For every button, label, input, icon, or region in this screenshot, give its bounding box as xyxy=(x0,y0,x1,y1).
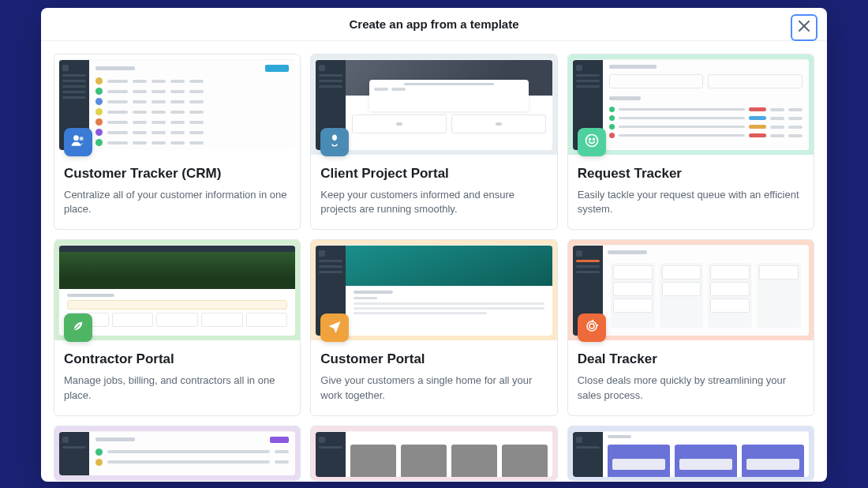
template-badge xyxy=(64,313,92,342)
modal-header: Create an app from a template xyxy=(41,8,827,41)
template-card-customer-portal[interactable]: Customer Portal Give your customers a si… xyxy=(310,239,557,415)
svg-point-5 xyxy=(587,321,597,331)
template-title: Contractor Portal xyxy=(64,351,290,367)
template-thumbnail xyxy=(54,54,300,155)
template-description: Manage jobs, billing, and contractors al… xyxy=(64,374,290,402)
template-thumbnail xyxy=(311,54,556,155)
template-thumbnail xyxy=(311,426,556,481)
template-card-partial[interactable] xyxy=(54,426,301,481)
template-badge xyxy=(320,128,349,156)
close-icon xyxy=(799,21,810,35)
template-title: Customer Tracker (CRM) xyxy=(64,166,290,182)
svg-point-6 xyxy=(589,324,594,328)
template-title: Request Tracker xyxy=(578,166,804,182)
template-thumbnail xyxy=(568,426,814,481)
template-description: Easily tackle your request queue with an… xyxy=(578,188,804,216)
tulip-icon xyxy=(327,133,342,151)
svg-point-2 xyxy=(586,135,597,147)
template-badge xyxy=(578,128,606,156)
template-card-partial[interactable] xyxy=(567,426,814,481)
plane-icon xyxy=(327,319,342,336)
template-card-contractor-portal[interactable]: Contractor Portal Manage jobs, billing, … xyxy=(54,239,301,415)
modal-title: Create an app from a template xyxy=(349,17,518,31)
template-card-deal-tracker[interactable]: Deal Tracker Close deals more quickly by… xyxy=(567,239,814,415)
template-description: Give your customers a single home for al… xyxy=(320,374,547,402)
template-grid: Customer Tracker (CRM) Centralize all of… xyxy=(47,54,821,481)
modal-body: Customer Tracker (CRM) Centralize all of… xyxy=(41,41,827,482)
svg-point-3 xyxy=(589,138,590,140)
template-description: Centralize all of your customer informat… xyxy=(64,188,290,216)
template-modal: Create an app from a template xyxy=(41,8,827,482)
template-thumbnail xyxy=(54,426,300,480)
template-thumbnail xyxy=(568,240,814,340)
template-description: Close deals more quickly by streamlining… xyxy=(578,374,804,402)
template-badge xyxy=(320,313,349,342)
template-thumbnail xyxy=(54,240,300,340)
template-card-partial[interactable] xyxy=(310,426,557,481)
template-card-request-tracker[interactable]: Request Tracker Easily tackle your reque… xyxy=(567,54,814,230)
leaf-icon xyxy=(71,319,85,336)
svg-point-0 xyxy=(73,135,79,141)
template-card-client-project-portal[interactable]: Client Project Portal Keep your customer… xyxy=(310,54,557,230)
template-thumbnail xyxy=(311,240,556,340)
target-icon xyxy=(585,319,599,336)
template-badge xyxy=(578,313,606,342)
svg-point-1 xyxy=(80,137,84,141)
template-title: Deal Tracker xyxy=(578,351,804,367)
template-thumbnail xyxy=(568,54,814,155)
template-badge xyxy=(64,128,92,156)
users-icon xyxy=(70,133,86,152)
template-title: Client Project Portal xyxy=(320,166,547,182)
template-description: Keep your customers informed and ensure … xyxy=(320,188,547,216)
template-card-customer-tracker-crm[interactable]: Customer Tracker (CRM) Centralize all of… xyxy=(54,54,301,230)
svg-point-4 xyxy=(593,138,594,140)
smile-icon xyxy=(584,133,600,152)
template-title: Customer Portal xyxy=(320,351,547,367)
close-button[interactable] xyxy=(791,14,817,41)
